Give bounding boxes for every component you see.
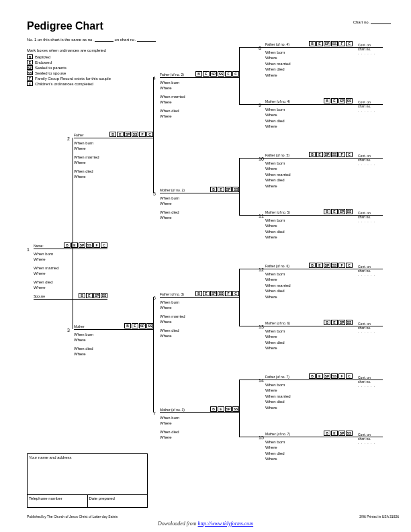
person-2: 2Father BESPSSFC When bornWhereWhen marr… (74, 138, 153, 179)
footer: Published by The Church of Jesus Christ … (27, 515, 399, 519)
legend-box-f: F (27, 76, 33, 81)
legend-box-e: E (27, 60, 33, 64)
person-12: 12Father (of no. 6) BESPSSFC When bornWh… (265, 269, 353, 300)
person-3: 3Mother BESPSS When bornWhereWhen diedWh… (74, 329, 153, 357)
person-9: 9Mother (of no. 4) BESPSS When bornWhere… (265, 104, 353, 130)
person-7: 7Mother (of no. 3) BESPSS When bornWhere… (160, 412, 239, 441)
person-15: 15Mother (of no. 7) BESPSS When bornWher… (265, 437, 353, 462)
cont-8: Cont. onchart no.. . . . . . (358, 43, 378, 55)
cont-13: Cont. onchart no.. . . . . . (358, 322, 378, 334)
cont-15: Cont. onchart no.. . . . . . (358, 433, 378, 445)
legend-box-ss: SS (27, 71, 33, 75)
chart-number-label: Chart no. (353, 20, 391, 24)
legend-box-b: B (27, 54, 33, 59)
legend-box-sp: SP (27, 65, 33, 70)
cont-9: Cont. onchart no.. . . . . . (358, 100, 378, 112)
download-link[interactable]: http://www.tidyforms.com (198, 521, 254, 527)
legend-box-c: C (27, 81, 33, 86)
person-5: 5Mother (of no. 2) BESPSS When bornWhere… (160, 193, 239, 221)
person-14: 14Father (of no. 7) BESPSSFC When bornWh… (265, 380, 353, 410)
person-11: 11Mother (of no. 5) BESPSS When bornWher… (265, 215, 353, 240)
cont-14: Cont. onchart no.. . . . . . (358, 375, 378, 388)
person-4: 4Father (of no. 2) BESPSSFC When bornWhe… (160, 77, 239, 119)
person-1: 1Name: BESPSSFC When bornWhereWhen marri… (34, 249, 107, 290)
person-8: 8Father (of no. 4) BESPSSFC When bornWhe… (265, 47, 353, 78)
person-spouse: Spouse BESPSS (34, 299, 107, 300)
person-10: 10Father (of no. 5) BESPSSFC When bornWh… (265, 158, 353, 189)
person-6: 6Father (of no. 3) BESPSSFC When bornWhe… (160, 297, 239, 339)
page-title: Pedigree Chart (27, 20, 399, 32)
cont-11: Cont. onchart no.. . . . . . (358, 211, 378, 223)
person-13: 13Mother (of no. 6) BESPSS When bornWher… (265, 326, 353, 351)
cont-10: Cont. onchart no.. . . . . . (358, 154, 378, 166)
address-box: Your name and address Telephone numberDa… (27, 453, 148, 508)
cont-12: Cont. onchart no.. . . . . . (358, 265, 378, 277)
download-line: Downloaded from http://www.tidyforms.com (0, 521, 411, 527)
